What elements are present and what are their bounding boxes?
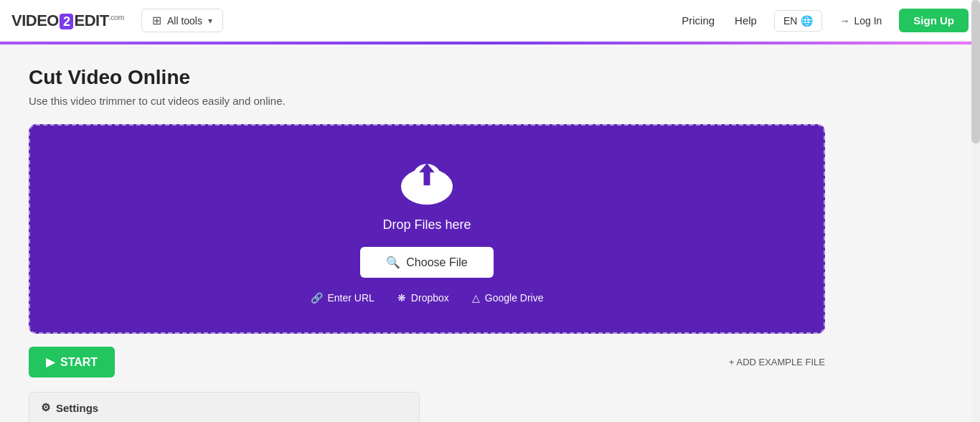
settings-panel: ⚙ Settings Compatible file types... — [29, 392, 420, 422]
lang-label: EN — [783, 15, 797, 27]
start-button[interactable]: ▶ START — [29, 347, 115, 378]
logo-video: VIDEO — [11, 11, 59, 29]
login-label: Log In — [854, 15, 882, 27]
help-link[interactable]: Help — [735, 14, 757, 27]
action-row: ▶ START + ADD EXAMPLE FILE — [29, 347, 825, 378]
page-title: Cut Video Online — [29, 66, 951, 89]
dropbox-icon: ❋ — [397, 292, 406, 304]
login-button[interactable]: → Log In — [829, 11, 892, 31]
settings-gear-icon: ⚙ — [41, 401, 50, 414]
header: VIDEO2EDIT.com ⊞ All tools ▾ Pricing Hel… — [0, 0, 980, 42]
logo: VIDEO2EDIT.com — [11, 11, 124, 30]
globe-icon: 🌐 — [801, 15, 813, 27]
logo-edit: EDIT — [74, 11, 108, 29]
drop-files-text: Drop Files here — [382, 217, 471, 233]
google-drive-link[interactable]: △ Google Drive — [472, 292, 544, 304]
add-example-link[interactable]: + ADD EXAMPLE FILE — [729, 357, 825, 367]
dropzone[interactable]: Drop Files here 🔍 Choose File 🔗 Enter UR… — [29, 124, 825, 334]
dropbox-link[interactable]: ❋ Dropbox — [397, 292, 449, 304]
main-content: Cut Video Online Use this video trimmer … — [0, 44, 980, 422]
logo-com: .com — [109, 13, 124, 21]
grid-icon: ⊞ — [152, 14, 161, 27]
settings-header: ⚙ Settings — [29, 393, 419, 422]
scrollbar[interactable] — [971, 0, 980, 422]
logo-two: 2 — [60, 14, 74, 29]
upload-cloud-icon — [395, 154, 459, 209]
pricing-link[interactable]: Pricing — [682, 14, 715, 27]
login-icon: → — [839, 15, 849, 27]
search-icon: 🔍 — [386, 255, 400, 269]
google-drive-icon: △ — [472, 292, 480, 304]
enter-url-link[interactable]: 🔗 Enter URL — [311, 292, 374, 304]
chevron-down-icon: ▾ — [208, 16, 212, 26]
signup-button[interactable]: Sign Up — [899, 9, 969, 32]
scrollbar-thumb[interactable] — [971, 0, 980, 144]
language-button[interactable]: EN 🌐 — [774, 10, 822, 32]
nav-links: Pricing Help — [682, 14, 757, 27]
page-subtitle: Use this video trimmer to cut videos eas… — [29, 95, 951, 107]
external-links: 🔗 Enter URL ❋ Dropbox △ Google Drive — [311, 292, 544, 304]
all-tools-label: All tools — [167, 15, 202, 27]
chevron-right-icon: ▶ — [46, 355, 55, 369]
all-tools-button[interactable]: ⊞ All tools ▾ — [141, 9, 223, 32]
link-icon: 🔗 — [311, 292, 323, 304]
choose-file-button[interactable]: 🔍 Choose File — [360, 247, 493, 278]
